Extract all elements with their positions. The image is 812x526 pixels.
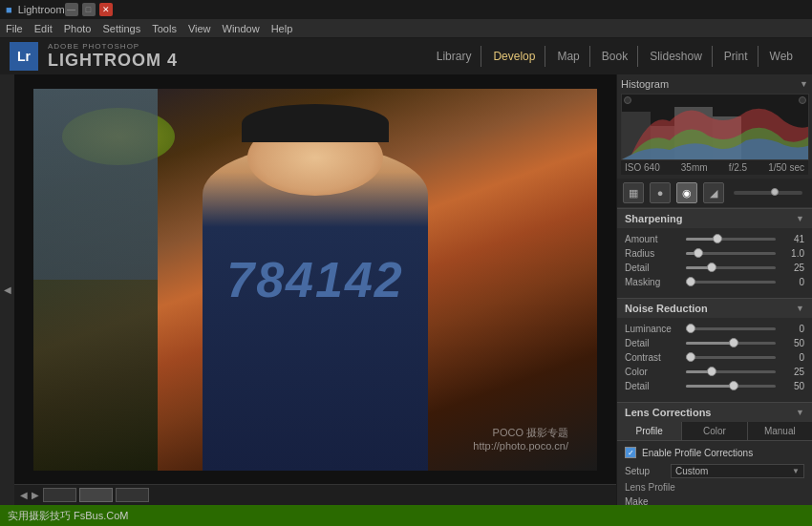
nr-contrast-thumb[interactable] xyxy=(686,352,695,362)
status-bar: 实用摄影技巧 FsBus.CoM xyxy=(0,505,812,526)
menu-photo[interactable]: Photo xyxy=(64,23,92,34)
setup-dropdown-icon[interactable]: ▼ xyxy=(792,467,800,475)
nr-color-detail-track[interactable] xyxy=(686,385,776,388)
menu-bar: File Edit Photo Settings Tools View Wind… xyxy=(0,19,812,38)
histogram-meta: ISO 640 35mm f/2.5 1/50 sec xyxy=(621,160,808,175)
sharpening-header[interactable]: Sharpening ▼ xyxy=(617,208,812,228)
setup-value-text: Custom xyxy=(675,466,708,476)
clipping-shadow-indicator[interactable] xyxy=(624,96,631,104)
lens-tabs: Profile Color Manual xyxy=(617,422,812,441)
menu-tools[interactable]: Tools xyxy=(152,23,177,34)
sharpening-amount-thumb[interactable] xyxy=(713,234,722,243)
sharpening-amount-track[interactable] xyxy=(686,238,776,241)
lens-tab-color[interactable]: Color xyxy=(682,422,747,440)
nr-contrast-row: Contrast 0 xyxy=(625,352,804,363)
redeye-tool[interactable]: ◉ xyxy=(676,182,697,203)
nr-color-track[interactable] xyxy=(686,370,776,373)
sharpening-amount-fill xyxy=(686,238,715,241)
restore-button[interactable]: □ xyxy=(82,3,96,16)
nr-detail-value: 50 xyxy=(781,338,804,348)
nr-luminance-row: Luminance 0 xyxy=(625,324,804,334)
brush-tool[interactable]: ◢ xyxy=(703,182,724,203)
sharpening-detail-thumb[interactable] xyxy=(707,263,716,272)
enable-profile-checkbox[interactable]: ✓ xyxy=(625,447,636,458)
lens-corrections-chevron[interactable]: ▼ xyxy=(796,408,804,417)
photo-container: 784142 POCO 摄影专题 http://photo.poco.cn/ xyxy=(14,74,616,484)
nr-contrast-track[interactable] xyxy=(686,356,776,359)
module-map[interactable]: Map xyxy=(547,46,589,67)
sharpening-detail-label: Detail xyxy=(625,263,680,273)
nr-luminance-thumb[interactable] xyxy=(686,324,695,333)
sharpening-amount-label: Amount xyxy=(625,234,680,244)
detail-slider-thumb[interactable] xyxy=(771,188,779,196)
menu-edit[interactable]: Edit xyxy=(34,23,53,34)
hist-focal: 35mm xyxy=(677,162,712,173)
lens-tab-profile[interactable]: Profile xyxy=(617,422,682,440)
sharpening-masking-thumb[interactable] xyxy=(686,277,695,286)
sharpening-detail-row: Detail 25 xyxy=(625,263,804,273)
nr-detail-track[interactable] xyxy=(686,342,776,345)
minimize-button[interactable]: — xyxy=(65,3,78,16)
nr-color-detail-thumb[interactable] xyxy=(729,381,738,390)
filmstrip-left[interactable]: ◀ xyxy=(20,490,28,500)
detail-slider[interactable] xyxy=(734,191,802,195)
nr-luminance-label: Luminance xyxy=(625,324,680,334)
module-book[interactable]: Book xyxy=(592,46,638,67)
window-controls[interactable]: — □ ✕ xyxy=(65,3,113,16)
nr-luminance-track[interactable] xyxy=(686,327,776,330)
sharpening-section: Sharpening ▼ Amount 41 Radius xyxy=(617,208,812,297)
photo-area: 784142 POCO 摄影专题 http://photo.poco.cn/ ◀… xyxy=(14,74,616,505)
histogram-title: Histogram xyxy=(621,78,669,90)
sharpening-masking-row: Masking 0 xyxy=(625,277,804,287)
sharpening-radius-track[interactable] xyxy=(686,252,776,255)
sharpening-detail-track[interactable] xyxy=(686,266,776,269)
crop-tool[interactable]: ▦ xyxy=(623,182,644,203)
nr-color-detail-value: 50 xyxy=(781,381,804,391)
right-panel[interactable]: Histogram ▼ xyxy=(616,74,812,505)
sharpening-chevron[interactable]: ▼ xyxy=(796,214,804,223)
sharpening-amount-row: Amount 41 xyxy=(625,234,804,244)
module-web[interactable]: Web xyxy=(760,46,802,67)
sharpening-body: Amount 41 Radius 1.0 xyxy=(617,228,812,297)
watermark-line1: POCO 摄影专题 xyxy=(473,426,568,440)
clipping-highlight-indicator[interactable] xyxy=(799,96,806,104)
module-library[interactable]: Library xyxy=(427,46,482,67)
module-print[interactable]: Print xyxy=(715,46,759,67)
enable-profile-label: Enable Profile Corrections xyxy=(642,448,753,458)
histogram-chevron[interactable]: ▼ xyxy=(800,79,808,89)
menu-view[interactable]: View xyxy=(188,23,211,34)
menu-file[interactable]: File xyxy=(6,23,23,34)
lens-body: ✓ Enable Profile Corrections Setup Custo… xyxy=(617,441,812,505)
photo-frame: 784142 POCO 摄影专题 http://photo.poco.cn/ xyxy=(33,89,597,471)
setup-row: Setup Custom ▼ xyxy=(625,464,804,478)
noise-reduction-chevron[interactable]: ▼ xyxy=(796,304,804,313)
module-slideshow[interactable]: Slideshow xyxy=(640,46,713,67)
title-bar-icon: ■ xyxy=(6,4,12,15)
menu-window[interactable]: Window xyxy=(223,23,260,34)
make-field: Make Nikon ▼ xyxy=(625,496,804,505)
hist-aperture: f/2.5 xyxy=(725,162,751,173)
sharpening-masking-track[interactable] xyxy=(686,281,776,284)
setup-value-field[interactable]: Custom ▼ xyxy=(671,464,804,478)
menu-help[interactable]: Help xyxy=(271,23,293,34)
spot-tool[interactable]: ● xyxy=(650,182,671,203)
left-panel-arrow[interactable]: ◀ xyxy=(2,284,12,295)
lightroom-title: LIGHTROOM 4 xyxy=(48,51,178,71)
menu-settings[interactable]: Settings xyxy=(102,23,140,34)
sharpening-detail-fill xyxy=(686,266,709,269)
filmstrip-right[interactable]: ▶ xyxy=(32,490,39,500)
nr-color-detail-row: Detail 50 xyxy=(625,381,804,391)
lens-corrections-header[interactable]: Lens Corrections ▼ xyxy=(617,402,812,422)
nr-detail-thumb[interactable] xyxy=(729,338,738,347)
module-develop[interactable]: Develop xyxy=(483,46,545,67)
nr-color-thumb[interactable] xyxy=(707,367,716,376)
lens-tab-manual[interactable]: Manual xyxy=(748,422,812,440)
nr-color-value: 25 xyxy=(781,367,804,377)
sharpening-radius-label: Radius xyxy=(625,248,680,259)
close-button[interactable]: ✕ xyxy=(99,3,113,16)
title-bar-title: Lightroom xyxy=(18,4,65,15)
setup-label: Setup xyxy=(625,466,671,476)
sharpening-masking-label: Masking xyxy=(625,277,680,287)
noise-reduction-header[interactable]: Noise Reduction ▼ xyxy=(617,298,812,318)
sharpening-radius-thumb[interactable] xyxy=(694,248,703,258)
